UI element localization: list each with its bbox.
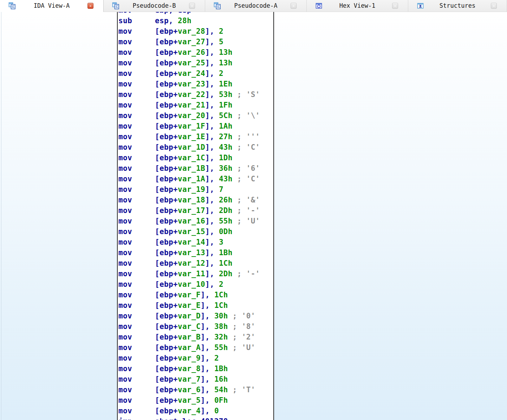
asm-comment-text: ; '2' [228, 333, 255, 341]
asm-value-text: 53h [219, 90, 233, 99]
asm-line-var_16[interactable]: mov [ebp+var_16], 55h ; 'U' [118, 216, 273, 226]
asm-code-text: mov [ebp+ [118, 343, 178, 352]
close-icon[interactable]: ✕ [87, 3, 93, 9]
asm-value-text: 36h [219, 164, 233, 173]
asm-line-var_1A[interactable]: mov [ebp+var_1A], 43h ; 'C' [118, 174, 273, 184]
asm-line-var_25[interactable]: mov [ebp+var_25], 13h [118, 58, 273, 68]
asm-line-var_21[interactable]: mov [ebp+var_21], 1Fh [118, 100, 273, 110]
graph-canvas[interactable]: mov ebp, espsub esp, 28hmov [ebp+var_28]… [0, 12, 507, 420]
asm-line-var_6[interactable]: mov [ebp+var_6], 54h ; 'T' [118, 385, 273, 395]
asm-code-text: mov [ebp+ [118, 164, 178, 173]
asm-line-var_28[interactable]: mov [ebp+var_28], 2 [118, 26, 273, 37]
asm-value-text: 1Eh [219, 80, 233, 88]
asm-code-text: ], [205, 280, 219, 289]
asm-line-var_10[interactable]: mov [ebp+var_10], 2 [118, 279, 273, 290]
asm-line-var_5[interactable]: mov [ebp+var_5], 0Fh [118, 395, 273, 406]
asm-line-var_7[interactable]: mov [ebp+var_7], 16h [118, 374, 273, 385]
asm-value-text: 1Bh [219, 248, 233, 257]
asm-code-text: ], [205, 111, 219, 120]
asm-value-text: 54h [214, 386, 228, 394]
tab-structures[interactable]: AStructures✕ [408, 0, 507, 12]
asm-value-text: 0Fh [214, 396, 228, 405]
asm-line-var_C[interactable]: mov [ebp+var_C], 38h ; '8' [118, 321, 273, 332]
close-icon[interactable]: ✕ [291, 3, 297, 9]
asm-value-text: var_28 [178, 27, 205, 35]
asm-line-prologue-0[interactable]: mov ebp, esp [118, 12, 273, 15]
asm-line-var_F[interactable]: mov [ebp+var_F], 1Ch [118, 290, 273, 300]
tab-ida-view-a[interactable]: IDA View-A✕ [0, 0, 104, 12]
asm-line-var_1C[interactable]: mov [ebp+var_1C], 1Dh [118, 153, 273, 163]
asm-line-var_15[interactable]: mov [ebp+var_15], 0Dh [118, 226, 273, 237]
asm-code-text: mov [ebp+ [118, 185, 178, 194]
asm-code-text: ], [205, 238, 219, 246]
asm-line-var_27[interactable]: mov [ebp+var_27], 5 [118, 37, 273, 47]
asm-value-text: var_D [178, 312, 201, 320]
asm-code-text: ], [205, 38, 219, 46]
asm-code-text: mov [ebp+ [118, 90, 178, 99]
asm-code-text: mov [ebp+ [118, 206, 178, 215]
asm-value-text: var_4 [178, 407, 201, 415]
asm-line-var_11[interactable]: mov [ebp+var_11], 2Dh ; '-' [118, 269, 273, 279]
asm-comment-text: ; '\' [233, 111, 260, 120]
asm-line-var_D[interactable]: mov [ebp+var_D], 30h ; '0' [118, 311, 273, 321]
asm-value-text: 13h [219, 59, 233, 67]
disassembly-listing: mov ebp, espsub esp, 28hmov [ebp+var_28]… [118, 12, 273, 420]
asm-value-text: var_B [178, 333, 201, 341]
asm-line-var_8[interactable]: mov [ebp+var_8], 1Bh [118, 363, 273, 374]
asm-line-var_1E[interactable]: mov [ebp+var_1E], 27h ; ''' [118, 131, 273, 142]
asm-code-text: ], [205, 259, 219, 267]
asm-value-text: var_1E [178, 133, 205, 141]
asm-value-text: var_1A [178, 175, 205, 183]
asm-line-var_14[interactable]: mov [ebp+var_14], 3 [118, 237, 273, 247]
asm-line-var_18[interactable]: mov [ebp+var_18], 26h ; '&' [118, 195, 273, 205]
asm-line-var_A[interactable]: mov [ebp+var_A], 55h ; 'U' [118, 342, 273, 353]
asm-code-text: ], [205, 143, 219, 151]
asm-code-text: ], [201, 312, 214, 320]
asm-line-var_9[interactable]: mov [ebp+var_9], 2 [118, 353, 273, 363]
asm-value-text: 13h [219, 48, 233, 57]
asm-line-epilogue-jmp[interactable]: jmp short loc_401278 [118, 416, 273, 420]
asm-value-text: 0 [214, 407, 219, 415]
basic-block-node[interactable]: mov ebp, espsub esp, 28hmov [ebp+var_28]… [117, 12, 274, 420]
asm-line-var_22[interactable]: mov [ebp+var_22], 53h ; 'S' [118, 89, 273, 100]
asm-code-text: ], [205, 154, 219, 162]
asm-code-text: ], [201, 375, 214, 383]
asm-code-text: ], [205, 206, 219, 215]
asm-value-text: var_14 [178, 238, 205, 246]
asm-line-var_24[interactable]: mov [ebp+var_24], 2 [118, 68, 273, 79]
asm-line-var_12[interactable]: mov [ebp+var_12], 1Ch [118, 258, 273, 269]
asm-comment-text: ; '&' [233, 196, 260, 204]
tab-pseudocode-a[interactable]: Pseudocode-A✕ [205, 0, 307, 12]
asm-value-text: var_1C [178, 154, 205, 162]
asm-line-var_E[interactable]: mov [ebp+var_E], 1Ch [118, 300, 273, 311]
asm-value-text: var_11 [178, 270, 205, 278]
asm-line-var_17[interactable]: mov [ebp+var_17], 2Dh ; '-' [118, 205, 273, 216]
asm-code-text: ], [205, 270, 219, 278]
asm-value-text: 38h [214, 322, 228, 331]
asm-value-text: var_6 [178, 386, 201, 394]
asm-line-var_13[interactable]: mov [ebp+var_13], 1Bh [118, 247, 273, 258]
asm-line-var_1B[interactable]: mov [ebp+var_1B], 36h ; '6' [118, 163, 273, 174]
asm-line-var_B[interactable]: mov [ebp+var_B], 32h ; '2' [118, 332, 273, 342]
asm-line-var_20[interactable]: mov [ebp+var_20], 5Ch ; '\' [118, 110, 273, 121]
close-icon[interactable]: ✕ [189, 3, 195, 9]
asm-line-var_19[interactable]: mov [ebp+var_19], 7 [118, 184, 273, 195]
asm-code-text: mov [ebp+ [118, 396, 178, 405]
asm-line-var_4[interactable]: mov [ebp+var_4], 0 [118, 406, 273, 416]
tab-pseudocode-b[interactable]: Pseudocode-B✕ [104, 0, 205, 12]
asm-line-var_1F[interactable]: mov [ebp+var_1F], 1Ah [118, 121, 273, 131]
asm-code-text: mov [ebp+ [118, 122, 178, 130]
close-icon[interactable]: ✕ [491, 3, 497, 9]
asm-code-text: mov [ebp+ [118, 59, 178, 67]
asm-value-text: var_10 [178, 280, 205, 289]
asm-line-var_23[interactable]: mov [ebp+var_23], 1Eh [118, 79, 273, 89]
asm-line-var_1D[interactable]: mov [ebp+var_1D], 43h ; 'C' [118, 142, 273, 153]
asm-code-text: ], [205, 101, 219, 109]
asm-value-text: var_5 [178, 396, 201, 405]
asm-value-text: var_18 [178, 196, 205, 204]
asm-line-var_26[interactable]: mov [ebp+var_26], 13h [118, 47, 273, 58]
asm-code-text: mov [ebp+ [118, 259, 178, 267]
asm-line-prologue-1[interactable]: sub esp, 28h [118, 15, 273, 26]
close-icon[interactable]: ✕ [392, 3, 398, 9]
tab-hex-view-1[interactable]: Hex View-1✕ [307, 0, 408, 12]
